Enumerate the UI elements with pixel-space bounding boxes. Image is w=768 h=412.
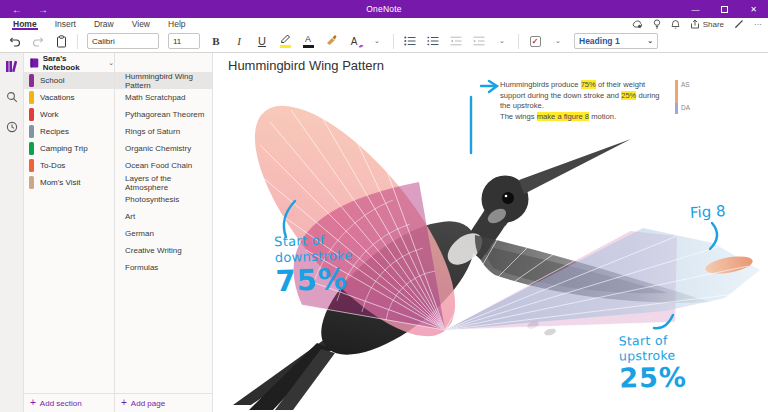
section-item-recipes[interactable]: Recipes bbox=[24, 123, 114, 140]
list-more-chevron[interactable]: ⌄ bbox=[495, 32, 509, 50]
highlighted-text: 75% bbox=[581, 80, 596, 89]
paste-button[interactable] bbox=[54, 32, 68, 50]
underline-button[interactable]: U bbox=[255, 32, 269, 50]
recent-notes-icon[interactable] bbox=[6, 119, 18, 137]
paragraph-style-select[interactable]: Heading 1 ⌄ bbox=[574, 33, 658, 49]
page-item[interactable]: Photosynthesis bbox=[115, 191, 212, 208]
share-button[interactable]: Share bbox=[690, 19, 724, 29]
maximize-icon bbox=[721, 6, 728, 13]
note-text-block[interactable]: Hummingbirds produce 75% of their weight… bbox=[500, 80, 672, 122]
maximize-button[interactable] bbox=[710, 0, 739, 18]
section-item-school[interactable]: School bbox=[24, 72, 114, 89]
page-item[interactable]: Organic Chemistry bbox=[115, 140, 212, 157]
close-button[interactable]: ✕ bbox=[739, 0, 768, 18]
page-item[interactable]: Rings of Saturn bbox=[115, 123, 212, 140]
ink-annotation-fig8[interactable]: Fig 8 bbox=[690, 202, 726, 222]
toolbar-separator bbox=[393, 34, 394, 49]
decrease-indent-button[interactable] bbox=[449, 32, 463, 50]
tag-more-chevron[interactable]: ⌄ bbox=[551, 32, 565, 50]
section-color-tab bbox=[29, 108, 34, 121]
page-item[interactable]: Creative Writing bbox=[115, 242, 212, 259]
ink-percentage: 75% bbox=[275, 264, 354, 297]
page-item[interactable]: Ocean Food Chain bbox=[115, 157, 212, 174]
tab-draw[interactable]: Draw bbox=[85, 18, 123, 30]
notebooks-icon[interactable] bbox=[5, 59, 18, 77]
clear-formatting-swoosh-icon bbox=[358, 43, 364, 49]
todo-tag-button[interactable]: ✓ bbox=[528, 32, 542, 50]
ink-annotation-upstroke[interactable]: Start of upstroke 25% bbox=[618, 332, 687, 393]
plus-icon: + bbox=[30, 398, 36, 408]
chevron-down-icon: ⌄ bbox=[647, 37, 653, 45]
tab-help[interactable]: Help bbox=[159, 18, 194, 30]
pages-panel: Hummingbird Wing Pattern Math Scratchpad… bbox=[115, 53, 213, 412]
bullet-list-button[interactable] bbox=[403, 32, 417, 50]
minimize-button[interactable]: — bbox=[681, 0, 710, 18]
paragraph-style-value: Heading 1 bbox=[579, 36, 620, 46]
section-label: Work bbox=[40, 110, 59, 119]
chevron-down-icon: ⌄ bbox=[108, 59, 114, 67]
undo-button[interactable] bbox=[8, 32, 22, 50]
bell-icon[interactable] bbox=[671, 19, 680, 29]
more-options-button[interactable]: ··· bbox=[754, 20, 762, 29]
page-item[interactable]: Art bbox=[115, 208, 212, 225]
ribbon-toolbar: Calibri 11 B I U A A ⌄ bbox=[0, 30, 768, 53]
section-item-camping-trip[interactable]: Camping Trip bbox=[24, 140, 114, 157]
highlighted-text: 25% bbox=[621, 91, 636, 100]
section-color-tab bbox=[29, 142, 34, 155]
page-item[interactable]: German bbox=[115, 225, 212, 242]
onenote-app: ← → OneNote — ✕ Home Insert Draw View He… bbox=[0, 0, 768, 412]
format-painter-button[interactable] bbox=[324, 32, 338, 50]
section-item-moms-visit[interactable]: Mom's Visit bbox=[24, 174, 114, 191]
section-item-work[interactable]: Work bbox=[24, 106, 114, 123]
tab-insert[interactable]: Insert bbox=[46, 18, 85, 30]
font-color-swatch bbox=[303, 45, 314, 48]
note-text: Hummingbirds produce bbox=[500, 80, 581, 89]
share-icon bbox=[690, 19, 700, 29]
font-color-button[interactable]: A bbox=[301, 32, 315, 50]
font-family-select[interactable]: Calibri bbox=[87, 33, 159, 49]
font-size-select[interactable]: 11 bbox=[168, 33, 200, 49]
bold-button[interactable]: B bbox=[209, 32, 223, 50]
sync-cloud-icon[interactable] bbox=[632, 20, 643, 28]
clear-formatting-button[interactable]: A bbox=[347, 32, 361, 50]
redo-button[interactable] bbox=[31, 32, 45, 50]
search-icon[interactable] bbox=[6, 89, 18, 107]
ink-annotation-downstroke[interactable]: Start of downstroke 75% bbox=[274, 232, 354, 297]
highlight-color-button[interactable] bbox=[278, 32, 292, 50]
tab-view[interactable]: View bbox=[123, 18, 159, 30]
section-color-tab bbox=[29, 159, 34, 172]
page-item[interactable]: Hummingbird Wing Pattern bbox=[115, 72, 212, 89]
toolbar-separator bbox=[77, 34, 78, 49]
notebook-switcher[interactable]: Sara's Notebook ⌄ bbox=[24, 53, 114, 72]
page-canvas[interactable]: Hummingbird Wing Pattern bbox=[213, 53, 768, 412]
numbered-list-button[interactable] bbox=[426, 32, 440, 50]
lightbulb-icon[interactable] bbox=[653, 19, 661, 29]
titlebar: ← → OneNote — ✕ bbox=[0, 0, 768, 18]
font-size-value: 11 bbox=[173, 37, 181, 46]
tab-home[interactable]: Home bbox=[4, 18, 46, 30]
add-page-label: Add page bbox=[131, 399, 165, 408]
page-item[interactable]: Formulas bbox=[115, 259, 212, 276]
font-more-chevron[interactable]: ⌄ bbox=[370, 32, 384, 50]
add-section-button[interactable]: + Add section bbox=[24, 393, 114, 412]
clear-formatting-letter: A bbox=[351, 36, 358, 47]
author-bar bbox=[675, 103, 678, 114]
author-initials: DA bbox=[681, 104, 690, 111]
italic-button[interactable]: I bbox=[232, 32, 246, 50]
add-page-button[interactable]: + Add page bbox=[115, 393, 212, 412]
plus-icon: + bbox=[121, 398, 127, 408]
page-item[interactable]: Math Scratchpad bbox=[115, 89, 212, 106]
pen-mode-icon[interactable] bbox=[734, 19, 744, 29]
section-color-tab bbox=[29, 74, 34, 87]
format-painter-icon bbox=[325, 35, 337, 47]
page-item[interactable]: Layers of the Atmosphere bbox=[115, 174, 212, 191]
todo-checkbox-icon: ✓ bbox=[530, 36, 541, 47]
page-item[interactable]: Pythagorean Theorem bbox=[115, 106, 212, 123]
app-title: OneNote bbox=[0, 4, 768, 14]
share-label: Share bbox=[703, 20, 724, 29]
section-item-to-dos[interactable]: To-Dos bbox=[24, 157, 114, 174]
section-item-vacations[interactable]: Vacations bbox=[24, 89, 114, 106]
author-bar bbox=[675, 80, 678, 103]
highlighter-icon bbox=[280, 35, 291, 44]
increase-indent-button[interactable] bbox=[472, 32, 486, 50]
